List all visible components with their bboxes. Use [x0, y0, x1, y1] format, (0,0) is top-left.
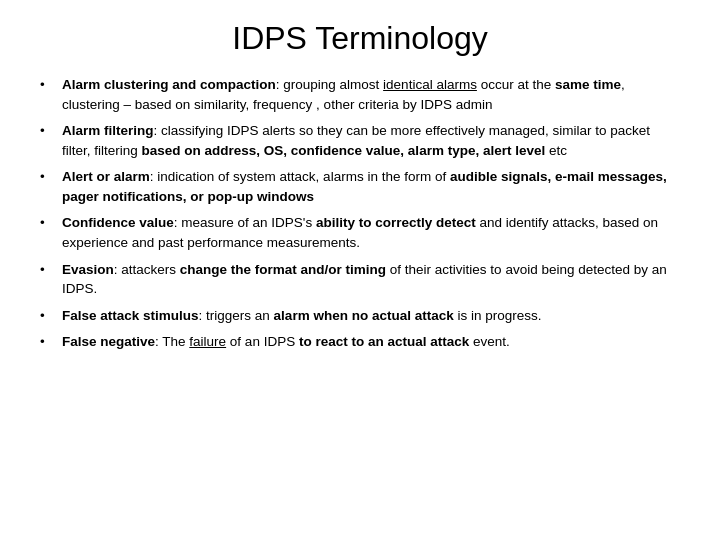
list-item: •Alarm filtering: classifying IDPS alert…: [40, 121, 680, 160]
bullet-icon: •: [40, 121, 58, 141]
list-item: •Evasion: attackers change the format an…: [40, 260, 680, 299]
slide-title: IDPS Terminology: [40, 20, 680, 57]
list-item: •Alert or alarm: indication of system at…: [40, 167, 680, 206]
bullet-icon: •: [40, 75, 58, 95]
list-item-text: Alarm clustering and compaction: groupin…: [62, 75, 680, 114]
bullet-icon: •: [40, 306, 58, 326]
list-item: •Confidence value: measure of an IDPS's …: [40, 213, 680, 252]
bullet-icon: •: [40, 332, 58, 352]
slide-container: IDPS Terminology •Alarm clustering and c…: [0, 0, 720, 540]
list-item-text: False attack stimulus: triggers an alarm…: [62, 306, 680, 326]
bullet-icon: •: [40, 167, 58, 187]
list-item-text: Evasion: attackers change the format and…: [62, 260, 680, 299]
list-item: •False attack stimulus: triggers an alar…: [40, 306, 680, 326]
list-item: •Alarm clustering and compaction: groupi…: [40, 75, 680, 114]
list-item: •False negative: The failure of an IDPS …: [40, 332, 680, 352]
bullet-icon: •: [40, 213, 58, 233]
content-list: •Alarm clustering and compaction: groupi…: [40, 75, 680, 359]
list-item-text: Alarm filtering: classifying IDPS alerts…: [62, 121, 680, 160]
bullet-icon: •: [40, 260, 58, 280]
list-item-text: Alert or alarm: indication of system att…: [62, 167, 680, 206]
list-item-text: False negative: The failure of an IDPS t…: [62, 332, 680, 352]
list-item-text: Confidence value: measure of an IDPS's a…: [62, 213, 680, 252]
